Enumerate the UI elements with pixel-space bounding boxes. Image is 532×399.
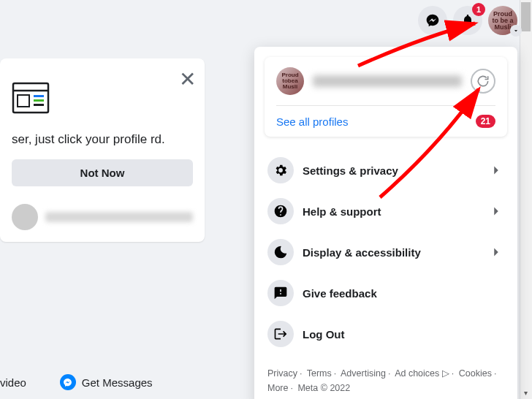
svg-rect-2 xyxy=(34,95,44,97)
menu-item-settings-privacy[interactable]: Settings & privacy xyxy=(260,150,512,191)
footer-advertising[interactable]: Advertising xyxy=(341,368,386,379)
logout-icon xyxy=(267,321,294,347)
footer-cookies[interactable]: Cookies xyxy=(459,368,492,379)
menu-item-give-feedback[interactable]: Give feedback xyxy=(260,273,512,314)
see-all-profiles-row[interactable]: See all profiles 21 xyxy=(265,106,507,137)
account-avatar-button[interactable]: Proudto be aMusli xyxy=(488,6,517,35)
svg-rect-5 xyxy=(18,95,29,107)
notifications-button[interactable]: 1 xyxy=(453,6,482,35)
moon-icon xyxy=(267,239,294,265)
chevron-right-icon xyxy=(488,244,504,260)
info-card-text: ser, just click your profile rd. xyxy=(12,132,193,148)
footer-privacy[interactable]: Privacy xyxy=(267,368,297,379)
footer-more[interactable]: More xyxy=(267,383,288,393)
get-messages-label: Get Messages xyxy=(82,376,153,389)
messenger-icon xyxy=(425,13,440,28)
menu-item-display-accessibility[interactable]: Display & accessibility xyxy=(260,232,512,273)
bottom-actions: video Get Messages xyxy=(0,374,153,390)
chevron-right-icon xyxy=(488,203,504,219)
menu-item-log-out[interactable]: Log Out xyxy=(260,314,512,354)
menu-label: Give feedback xyxy=(303,287,504,300)
help-icon xyxy=(267,198,294,224)
notification-badge: 1 xyxy=(472,3,485,16)
menu-label: Display & accessibility xyxy=(303,246,479,259)
profile-row[interactable]: ProudtobeaMusli xyxy=(265,57,507,105)
avatar: ProudtobeaMusli xyxy=(276,67,304,95)
svg-rect-3 xyxy=(34,99,44,102)
footer-links: Privacy· Terms· Advertising· Ad choices … xyxy=(254,362,517,399)
messenger-icon xyxy=(60,374,76,390)
not-now-button[interactable]: Not Now xyxy=(12,159,193,186)
browser-illustration-icon xyxy=(12,79,53,117)
profiles-badge: 21 xyxy=(476,115,495,128)
video-label: video xyxy=(0,376,26,389)
svg-rect-4 xyxy=(34,104,44,106)
avatar xyxy=(12,204,38,230)
close-icon[interactable]: ✕ xyxy=(179,67,196,91)
scrollbar-thumb[interactable] xyxy=(521,2,531,31)
menu-list: Settings & privacy Help & support Displa… xyxy=(254,147,517,362)
profile-card: ProudtobeaMusli See all profiles 21 xyxy=(265,57,507,137)
video-link[interactable]: video xyxy=(0,376,26,389)
scrollbar-track[interactable]: ▴ ▾ xyxy=(520,0,532,399)
see-all-profiles-link[interactable]: See all profiles xyxy=(276,115,348,128)
gear-icon xyxy=(267,157,294,183)
info-card: ✕ ser, just click your profile rd. Not N… xyxy=(0,58,205,242)
footer-terms[interactable]: Terms xyxy=(307,368,332,379)
suggested-profile-row[interactable] xyxy=(12,204,193,230)
profile-name-blurred xyxy=(313,75,462,87)
messenger-button[interactable] xyxy=(418,6,447,35)
svg-rect-0 xyxy=(13,83,48,113)
chevron-right-icon xyxy=(488,162,504,178)
footer-meta: Meta © 2022 xyxy=(297,383,350,393)
blurred-name xyxy=(45,212,193,222)
chevron-down-icon xyxy=(510,25,522,37)
scroll-down-arrow[interactable]: ▾ xyxy=(520,387,532,399)
get-messages-link[interactable]: Get Messages xyxy=(60,374,153,390)
topbar: 1 Proudto be aMusli xyxy=(418,0,517,41)
feedback-icon xyxy=(267,280,294,306)
adchoices-icon: ▷ xyxy=(442,368,449,379)
switch-icon xyxy=(476,74,490,88)
menu-label: Log Out xyxy=(303,328,504,341)
switch-profile-button[interactable] xyxy=(471,69,495,94)
menu-label: Settings & privacy xyxy=(303,164,479,177)
account-menu-dropdown: ProudtobeaMusli See all profiles 21 Sett… xyxy=(254,47,517,399)
footer-ad-choices[interactable]: Ad choices xyxy=(395,368,439,379)
menu-label: Help & support xyxy=(303,205,479,218)
bell-icon xyxy=(460,13,475,28)
menu-item-help-support[interactable]: Help & support xyxy=(260,191,512,232)
